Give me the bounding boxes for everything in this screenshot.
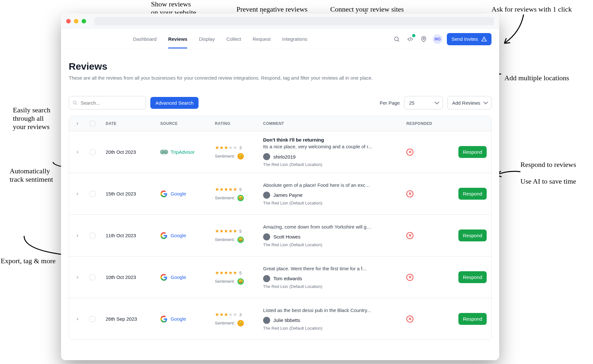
send-invites-label: Send Invites	[451, 36, 478, 42]
minimize-window-button[interactable]	[74, 19, 78, 23]
search-input[interactable]	[69, 96, 146, 109]
row-checkbox[interactable]	[90, 191, 95, 197]
not-responded-icon: ✕	[406, 316, 413, 323]
per-page-label: Per Page	[380, 100, 400, 106]
location-icon[interactable]	[419, 35, 428, 44]
avatar-icon	[263, 153, 270, 160]
row-source[interactable]: ⓞⓞTripAdvisor	[160, 149, 215, 156]
table-row: 10th Oct 2023Google★★★★★5Sentiment: 😄Gre…	[69, 256, 491, 298]
row-responded: ✕	[406, 190, 448, 197]
row-responded: ✕	[406, 149, 448, 156]
table-row: 26th Sep 2023Google★★★★★3Sentiment: 😐Lis…	[69, 298, 491, 340]
nav-tab-integrations[interactable]: Integrations	[282, 30, 307, 48]
select-all-checkbox[interactable]	[90, 121, 95, 126]
maximize-window-button[interactable]	[82, 19, 86, 23]
row-sentiment: Sentiment: 😐	[215, 153, 263, 160]
row-rating: ★★★★★5Sentiment: 😄	[215, 270, 263, 285]
add-reviews-button[interactable]: Add Reviews	[447, 96, 491, 109]
row-date: 20th Oct 2023	[106, 149, 160, 155]
th-rating: RATING	[215, 121, 263, 126]
add-reviews-label: Add Reviews	[452, 100, 480, 106]
annotation-search: Easily search through all your reviews	[13, 106, 50, 131]
per-page-value: 25	[409, 100, 414, 106]
not-responded-icon: ✕	[406, 232, 413, 239]
row-checkbox[interactable]	[90, 149, 95, 155]
avatar-icon	[263, 275, 270, 282]
row-date: 11th Oct 2023	[106, 233, 160, 238]
th-date: DATE	[106, 121, 160, 126]
row-checkbox[interactable]	[90, 274, 95, 280]
row-responded: ✕	[406, 316, 448, 323]
row-comment: Amazing, come down from south Yorkshire …	[263, 224, 406, 247]
row-sentiment: Sentiment: 😄	[215, 195, 263, 201]
send-invites-button[interactable]: Send Invites	[447, 33, 491, 45]
row-checkbox[interactable]	[90, 233, 95, 238]
row-responded: ✕	[406, 274, 448, 281]
row-source[interactable]: Google	[160, 274, 215, 281]
th-source: SOURCE	[160, 121, 215, 126]
top-nav: DashboardReviewsDisplayCollectRequestInt…	[61, 29, 499, 49]
avatar-icon	[263, 317, 270, 324]
expand-all-toggle[interactable]	[74, 120, 81, 127]
th-responded: RESPONDED	[406, 121, 448, 126]
row-source[interactable]: Google	[160, 316, 215, 323]
close-window-button[interactable]	[66, 19, 71, 23]
table-row: 11th Oct 2023Google★★★★★5Sentiment: 😄Ama…	[69, 214, 491, 256]
avatar-icon	[263, 192, 270, 199]
row-comment: Absolute gem of a place! Food here is of…	[263, 182, 406, 205]
row-rating: ★★★★★5Sentiment: 😄	[215, 228, 263, 243]
row-checkbox[interactable]	[90, 316, 95, 322]
page-title: Reviews	[69, 61, 491, 72]
respond-button[interactable]: Respond	[458, 271, 487, 283]
row-date: 10th Oct 2023	[106, 274, 160, 280]
table-header: DATE SOURCE RATING COMMENT RESPONDED	[69, 116, 491, 131]
annotation-respond: Respond to reviews Use AI to save time	[520, 160, 576, 186]
row-comment: Listed as the best dessi pub in the Blac…	[263, 308, 406, 331]
search-icon[interactable]	[392, 35, 401, 44]
advanced-search-button[interactable]: Advanced Search	[150, 97, 199, 109]
row-comment: Don't think I'll be returningIts a nice …	[263, 137, 406, 167]
expand-row-toggle[interactable]	[74, 273, 81, 281]
arrow-icon	[501, 13, 527, 48]
table-row: 15th Oct 2023Google★★★★★5Sentiment: 😄Abs…	[69, 173, 491, 214]
url-bar[interactable]	[94, 17, 494, 25]
th-comment: COMMENT	[263, 121, 406, 126]
respond-button[interactable]: Respond	[458, 188, 487, 200]
expand-row-toggle[interactable]	[74, 232, 81, 239]
toolbar: Advanced Search Per Page 25 Add Reviews	[69, 96, 491, 109]
respond-button[interactable]: Respond	[458, 230, 487, 241]
expand-row-toggle[interactable]	[74, 315, 81, 323]
respond-button[interactable]: Respond	[458, 313, 487, 325]
row-comment: Great place. Went there for the first ti…	[263, 266, 406, 289]
svg-point-0	[395, 37, 399, 41]
svg-point-1	[423, 38, 425, 39]
row-sentiment: Sentiment: 😐	[215, 320, 263, 326]
row-sentiment: Sentiment: 😄	[215, 237, 263, 243]
code-icon[interactable]	[406, 35, 415, 44]
nav-tab-request[interactable]: Request	[252, 30, 270, 48]
annotation-locations: Add multiple locations	[504, 74, 569, 82]
row-responded: ✕	[406, 232, 448, 239]
warning-icon	[481, 36, 487, 42]
row-date: 15th Oct 2023	[106, 191, 160, 196]
page-subtitle: These are all the reviews from all your …	[69, 75, 491, 81]
not-responded-icon: ✕	[406, 149, 413, 156]
table-row: 20th Oct 2023ⓞⓞTripAdvisor★★★★★3Sentimen…	[69, 131, 491, 173]
per-page-select[interactable]: 25	[404, 96, 443, 109]
expand-row-toggle[interactable]	[74, 148, 81, 156]
nav-tab-display[interactable]: Display	[199, 30, 215, 48]
window-controls	[66, 19, 86, 23]
row-source[interactable]: Google	[160, 190, 215, 197]
nav-tab-dashboard[interactable]: Dashboard	[133, 30, 156, 48]
row-source[interactable]: Google	[160, 232, 215, 239]
notification-badge	[412, 34, 415, 37]
respond-button[interactable]: Respond	[458, 146, 487, 158]
expand-row-toggle[interactable]	[74, 190, 81, 198]
nav-tab-collect[interactable]: Collect	[226, 30, 241, 48]
avatar-icon	[263, 233, 270, 240]
row-rating: ★★★★★3Sentiment: 😐	[215, 312, 263, 326]
avatar[interactable]: MG	[433, 34, 442, 44]
app-window: DashboardReviewsDisplayCollectRequestInt…	[61, 13, 499, 360]
nav-tab-reviews[interactable]: Reviews	[168, 30, 187, 48]
annotation-sentiment: Automatically track sentiment	[10, 167, 53, 184]
